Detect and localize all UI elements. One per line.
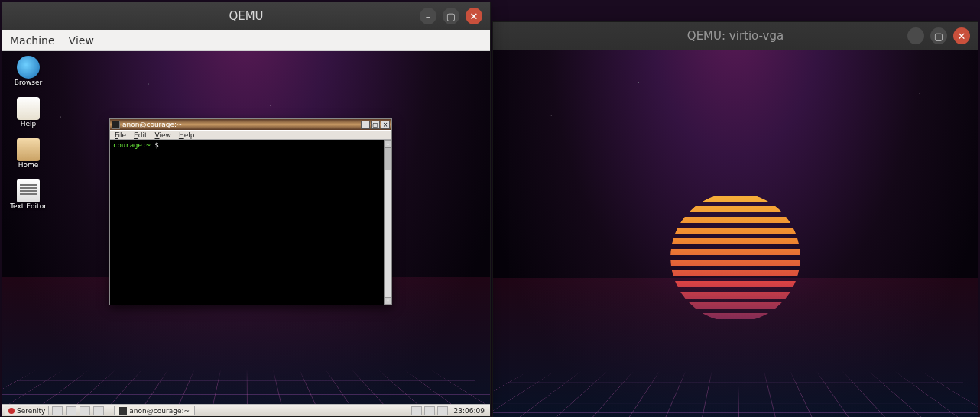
terminal-window[interactable]: anon@courage:~ _ ▢ × File Edit View Help… (109, 118, 392, 305)
taskbar-separator (109, 405, 109, 416)
terminal-menu-file[interactable]: File (115, 131, 126, 139)
scroll-down-button[interactable]: ▾ (385, 297, 391, 305)
home-icon (17, 138, 40, 161)
window-title-left: QEMU (2, 9, 490, 23)
task-label: anon@courage:~ (129, 407, 190, 415)
terminal-icon (119, 407, 127, 415)
close-button[interactable]: ✕ (466, 8, 482, 24)
terminal-menu-help[interactable]: Help (179, 131, 195, 139)
minimize-button[interactable]: – (420, 8, 436, 24)
titlebar-right[interactable]: QEMU: virtio-vga – ▢ ✕ (493, 22, 978, 50)
prompt-host: courage (113, 141, 142, 149)
terminal-title: anon@courage:~ (122, 121, 361, 128)
quicklaunch-icon-4[interactable] (93, 406, 104, 415)
perspective-grid (493, 371, 978, 417)
quicklaunch-icon-3[interactable] (80, 406, 90, 415)
terminal-body[interactable]: courage:~ $ (110, 140, 384, 305)
text-editor-icon (17, 179, 40, 202)
tray-volume-icon[interactable] (437, 406, 448, 415)
tray-icon-1[interactable] (411, 406, 422, 415)
terminal-minimize-button[interactable]: _ (361, 121, 370, 129)
desktop-icons: Browser Help Home Text Editor (7, 56, 50, 210)
menu-view[interactable]: View (69, 34, 94, 47)
system-tray (411, 406, 448, 415)
start-label: Serenity (17, 407, 45, 415)
guest-display-left[interactable]: Browser Help Home Text Editor anon@coura… (2, 51, 490, 416)
start-button[interactable]: Serenity (5, 406, 49, 415)
qemu-window-virtio-vga: QEMU: virtio-vga – ▢ ✕ (492, 21, 978, 417)
taskbar-task-terminal[interactable]: anon@courage:~ (114, 406, 195, 415)
desktop-icon-label: Browser (15, 79, 42, 86)
quicklaunch-icon-2[interactable] (66, 406, 76, 415)
terminal-icon (112, 121, 120, 129)
qemu-window-main: QEMU – ▢ ✕ Machine View Browser Help (2, 2, 491, 417)
window-title-right: QEMU: virtio-vga (493, 29, 978, 43)
help-icon (17, 97, 40, 120)
guest-display-right[interactable] (493, 50, 978, 417)
maximize-button[interactable]: ▢ (443, 8, 459, 24)
terminal-menu-edit[interactable]: Edit (134, 131, 147, 139)
taskbar-clock[interactable]: 23:06:09 (451, 407, 488, 415)
desktop-icon-browser[interactable]: Browser (7, 56, 50, 86)
titlebar-left[interactable]: QEMU – ▢ ✕ (2, 2, 490, 30)
quicklaunch-icon-1[interactable] (52, 406, 63, 415)
scroll-thumb[interactable] (385, 147, 391, 170)
prompt-path: :~ (142, 141, 151, 149)
terminal-menubar: File Edit View Help (110, 130, 391, 140)
scroll-up-button[interactable]: ▴ (385, 140, 391, 147)
terminal-titlebar[interactable]: anon@courage:~ _ ▢ × (110, 119, 391, 130)
terminal-scrollbar[interactable]: ▴ ▾ (384, 140, 391, 305)
terminal-maximize-button[interactable]: ▢ (371, 121, 380, 129)
menu-machine[interactable]: Machine (10, 34, 55, 47)
desktop-icon-label: Home (18, 161, 39, 169)
minimize-button[interactable]: – (907, 27, 924, 44)
desktop-icon-text-editor[interactable]: Text Editor (7, 179, 50, 210)
serenity-logo-icon (8, 408, 15, 414)
terminal-menu-view[interactable]: View (155, 131, 171, 139)
tray-icon-2[interactable] (424, 406, 435, 415)
prompt-sym: $ (151, 141, 163, 149)
desktop-icon-help[interactable]: Help (7, 97, 50, 128)
taskbar: Serenity anon@courage:~ 23:06:09 (2, 404, 490, 416)
desktop-icon-label: Text Editor (10, 202, 47, 210)
qemu-menubar: Machine View (2, 30, 490, 51)
close-button[interactable]: ✕ (953, 27, 970, 44)
browser-icon (17, 56, 40, 79)
maximize-button[interactable]: ▢ (930, 27, 947, 44)
desktop-icon-label: Help (21, 120, 37, 128)
desktop-icon-home[interactable]: Home (7, 138, 50, 169)
terminal-close-button[interactable]: × (381, 121, 390, 129)
